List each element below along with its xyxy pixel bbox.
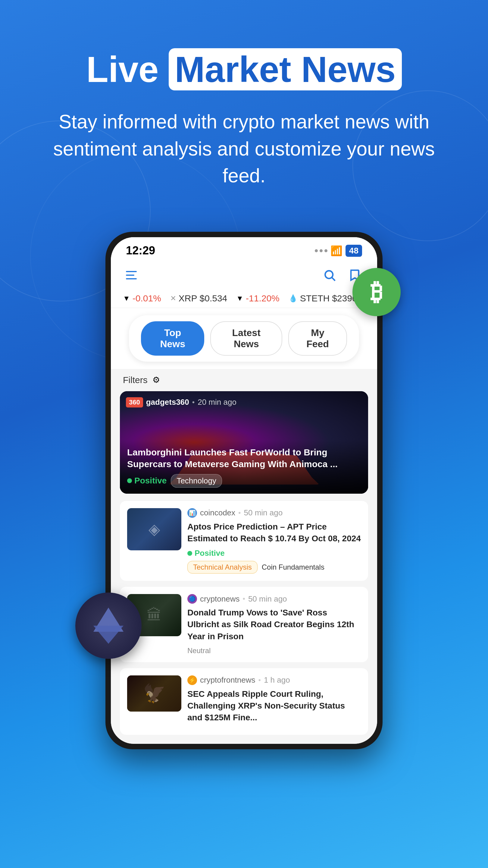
- eth-diamond-icon: [93, 608, 124, 644]
- coincodex-name: coincodex: [200, 508, 235, 518]
- signal-dots: [315, 249, 327, 252]
- svg-line-1: [332, 278, 335, 281]
- aptos-sentiment: Positive: [187, 549, 225, 558]
- status-time: 12:29: [126, 244, 155, 257]
- trump-time: 50 min ago: [248, 594, 287, 604]
- btc-float-badge: ₿: [352, 268, 401, 316]
- news-item-trump[interactable]: 🏛 🔵 cryptonews • 50 min ago Donald Trump…: [120, 587, 368, 662]
- cryptonews-icon: 🔵: [187, 594, 197, 604]
- filters-label: Filters: [123, 375, 148, 385]
- eth-float-badge: [75, 592, 141, 659]
- sentiment-positive: Positive: [127, 476, 167, 486]
- cryptofrontnews-icon: ⚡: [187, 675, 197, 685]
- ticker-eth-change: -11.20%: [246, 293, 280, 304]
- hero-title: Live Market News: [24, 48, 464, 90]
- sentiment-dot: [127, 478, 132, 483]
- status-icons: 📶 48: [315, 245, 362, 257]
- ticker-item-1: ▼ -0.01%: [123, 293, 161, 304]
- tab-top-news[interactable]: Top News: [141, 321, 204, 355]
- tab-my-feed[interactable]: My Feed: [288, 321, 347, 355]
- signal-dot-1: [315, 249, 318, 252]
- coincodex-icon: 📊: [187, 508, 197, 518]
- wifi-icon: 📶: [330, 245, 343, 256]
- phone-screen: 12:29 📶 48: [111, 237, 377, 744]
- signal-dot-2: [320, 249, 323, 252]
- ticker-xrp-symbol: XRP: [178, 293, 197, 304]
- aptos-time: 50 min ago: [244, 508, 283, 518]
- news-item-aptos[interactable]: ◈ 📊 coincodex • 50 min ago Aptos Price P…: [120, 501, 368, 581]
- aptos-sentiment-dot: [187, 551, 192, 556]
- news-item-sec[interactable]: 🦅 ⚡ cryptofrontnews • 1 h ago SEC Appeal…: [120, 668, 368, 735]
- ticker-bar: ▼ -0.01% ✕ XRP $0.534 ▼ -11.20% 💧 STETH …: [111, 289, 377, 308]
- sec-time: 1 h ago: [264, 675, 290, 685]
- news-content-trump: 🔵 cryptonews • 50 min ago Donald Trump V…: [187, 594, 361, 655]
- cryptonews-name: cryptonews: [200, 594, 240, 604]
- tag-technical-analysis[interactable]: Technical Analysis: [187, 561, 258, 574]
- search-button[interactable]: [322, 267, 337, 283]
- ticker-item-3: ▼ -11.20%: [236, 293, 280, 304]
- status-bar: 12:29 📶 48: [111, 237, 377, 261]
- aptos-sentiment-label: Positive: [195, 549, 225, 558]
- news-source-row-aptos: 📊 coincodex • 50 min ago: [187, 508, 361, 518]
- ticker-xrp-price: $0.534: [200, 293, 227, 304]
- filters-row: Filters ⚙: [111, 369, 377, 391]
- news-source-row-trump: 🔵 cryptonews • 50 min ago: [187, 594, 361, 604]
- separator: •: [192, 398, 195, 407]
- cryptofrontnews-name: cryptofrontnews: [200, 675, 255, 685]
- trump-sentiment: Neutral: [187, 647, 210, 655]
- aptos-tags: Positive: [187, 549, 361, 558]
- tag-technology[interactable]: Technology: [171, 474, 222, 488]
- news-thumb-sec: 🦅: [127, 675, 181, 712]
- dot-sep: •: [238, 509, 241, 517]
- news-content-sec: ⚡ cryptofrontnews • 1 h ago SEC Appeals …: [187, 675, 361, 728]
- dot-sep-3: •: [258, 676, 261, 684]
- sentiment-label: Positive: [134, 476, 167, 486]
- featured-content: Lamborghini Launches Fast ForWorld to Br…: [120, 440, 368, 494]
- signal-dot-3: [324, 249, 327, 252]
- ticker-steth-symbol: STETH: [300, 293, 330, 304]
- phone-outer: ₿ 12:29 📶 48: [105, 232, 383, 749]
- source-time: 20 min ago: [198, 398, 236, 407]
- news-tabs: Top News Latest News My Feed: [129, 315, 359, 362]
- trump-tags: Neutral: [187, 647, 361, 655]
- tab-latest-news[interactable]: Latest News: [210, 321, 282, 355]
- hero-title-prefix: Live: [86, 49, 158, 90]
- news-source-row-sec: ⚡ cryptofrontnews • 1 h ago: [187, 675, 361, 685]
- phone-mockup: ₿ 12:29 📶 48: [0, 232, 488, 749]
- source-badge: 360: [126, 397, 143, 407]
- menu-line-2: [126, 275, 134, 276]
- aptos-category-tags: Technical Analysis Coin Fundamentals: [187, 561, 361, 574]
- news-thumb-aptos: ◈: [127, 508, 181, 550]
- trump-title: Donald Trump Vows to 'Save' Ross Ulbrich…: [187, 607, 361, 642]
- hamburger-menu-icon[interactable]: [126, 271, 137, 279]
- menu-line-3: [126, 278, 137, 279]
- sec-title: SEC Appeals Ripple Court Ruling, Challen…: [187, 688, 361, 724]
- ticker-item-2: ✕ XRP $0.534: [170, 293, 227, 304]
- hero-title-highlight: Market News: [169, 48, 402, 90]
- dot-sep-2: •: [243, 595, 245, 603]
- featured-title: Lamborghini Launches Fast ForWorld to Br…: [127, 446, 361, 470]
- aptos-title: Aptos Price Prediction – APT Price Estim…: [187, 521, 361, 544]
- source-name: gadgets360: [146, 398, 189, 407]
- ticker-btc-change: -0.01%: [133, 293, 161, 304]
- tag-coin-fundamentals[interactable]: Coin Fundamentals: [262, 563, 324, 571]
- battery-indicator: 48: [346, 245, 362, 257]
- app-header: [111, 261, 377, 289]
- featured-source: 360 gadgets360 • 20 min ago: [126, 397, 236, 407]
- featured-tags: Positive Technology: [127, 474, 361, 488]
- hero-subtitle: Stay informed with crypto market news wi…: [48, 108, 440, 190]
- news-content-aptos: 📊 coincodex • 50 min ago Aptos Price Pre…: [187, 508, 361, 574]
- news-list: 360 gadgets360 • 20 min ago Lamborghini …: [111, 391, 377, 744]
- svg-point-0: [325, 271, 333, 278]
- hero-section: Live Market News Stay informed with cryp…: [0, 0, 488, 214]
- featured-news-card[interactable]: 360 gadgets360 • 20 min ago Lamborghini …: [120, 391, 368, 494]
- btc-symbol: ₿: [370, 278, 383, 306]
- menu-line-1: [126, 271, 137, 272]
- filter-icon[interactable]: ⚙: [153, 375, 160, 385]
